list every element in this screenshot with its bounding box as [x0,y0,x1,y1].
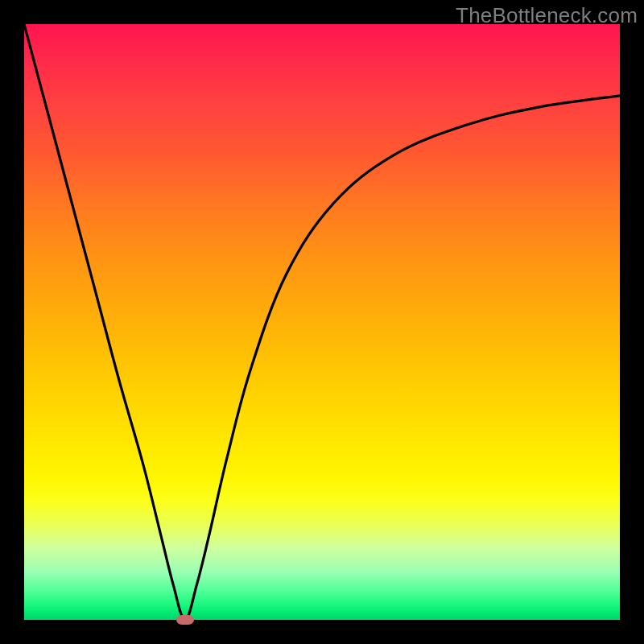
chart-frame: TheBottleneck.com [0,0,644,644]
curve-layer [24,24,620,620]
plot-area [24,24,620,620]
bottleneck-curve [24,24,620,620]
optimum-marker [176,615,194,625]
watermark-text: TheBottleneck.com [456,3,638,28]
